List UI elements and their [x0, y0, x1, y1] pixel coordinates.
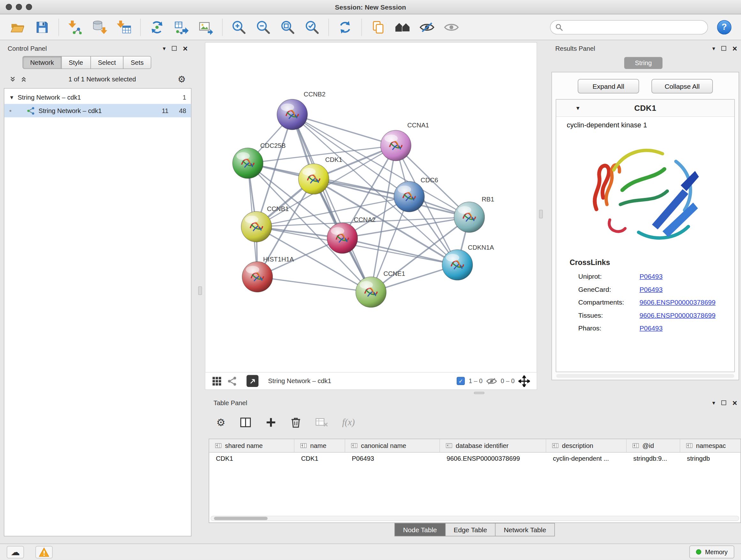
table-row[interactable]: CDK1 CDK1 P06493 9606.ENSP00000378699 cy… [209, 453, 741, 466]
table-cell[interactable]: 9606.ENSP00000378699 [440, 453, 546, 466]
tab-edge-table[interactable]: Edge Table [445, 523, 495, 537]
zoom-out-button[interactable] [253, 16, 274, 38]
detach-view-button[interactable] [247, 375, 259, 387]
close-panel-button[interactable]: × [732, 44, 737, 53]
table-cell[interactable]: P06493 [345, 453, 440, 466]
hide-selected-button[interactable] [416, 16, 438, 38]
duplicate-network-button[interactable] [367, 16, 389, 38]
pharos-link[interactable]: P06493 [639, 324, 663, 332]
network-node-cdc6[interactable]: CDC6 [394, 177, 438, 212]
float-panel-button[interactable] [722, 46, 726, 51]
scrollbar-thumb[interactable] [214, 517, 268, 520]
import-network-database-button[interactable] [89, 16, 111, 38]
network-node-ccna1[interactable]: CCNA1 [381, 122, 429, 161]
network-edge[interactable] [342, 238, 457, 265]
zoom-in-button[interactable] [228, 16, 250, 38]
table-settings-gear-icon[interactable]: ⚙ [216, 417, 225, 428]
table-cell[interactable]: stringdb:9... [627, 453, 680, 466]
column-header-shared-name[interactable]: shared name [209, 439, 294, 452]
save-session-button[interactable] [31, 16, 53, 38]
open-session-button[interactable] [7, 16, 29, 38]
home-button[interactable] [392, 16, 414, 38]
search-input[interactable] [566, 23, 703, 31]
minimize-window-button[interactable] [16, 4, 22, 10]
collapse-all-icon[interactable] [10, 76, 16, 82]
function-builder-button[interactable]: f(x) [342, 417, 355, 428]
network-collection-row[interactable]: ▼ String Network – cdk1 1 [4, 91, 191, 104]
network-row-selected[interactable]: ● String Network – cdk1 11 48 [4, 104, 191, 118]
tab-string[interactable]: String [624, 57, 663, 69]
collapse-card-icon[interactable]: ▾ [576, 105, 580, 112]
import-network-file-button[interactable] [64, 16, 86, 38]
pan-crosshair-icon[interactable] [519, 375, 530, 387]
tab-select[interactable]: Select [90, 56, 124, 69]
collapse-all-button[interactable]: Collapse All [652, 79, 713, 94]
network-node-ccnb1[interactable]: CCNB1 [241, 205, 289, 242]
results-horizontal-scrollbar[interactable] [556, 374, 734, 378]
delete-column-button[interactable] [290, 417, 301, 428]
table-cell[interactable]: stringdb [680, 453, 741, 466]
expand-all-button[interactable]: Expand All [578, 79, 639, 94]
float-panel-button[interactable] [172, 46, 177, 51]
refresh-view-button[interactable] [334, 16, 356, 38]
show-hidden-button[interactable] [441, 16, 462, 38]
network-share-view-icon[interactable] [227, 376, 237, 386]
column-header-canonical-name[interactable]: canonical name [345, 439, 440, 452]
network-node-ccnb2[interactable]: CCNB2 [277, 91, 326, 130]
warnings-button[interactable] [36, 546, 53, 558]
network-canvas[interactable]: CCNB2CCNA1CDC25BCDK1CDC6RB1CCNB1CCNA2CDK… [205, 43, 537, 372]
close-panel-button[interactable]: × [183, 44, 188, 53]
show-columns-button[interactable] [240, 417, 251, 428]
genecard-link[interactable]: P06493 [639, 285, 663, 293]
float-panel-button[interactable] [722, 400, 726, 405]
help-button[interactable]: ? [717, 20, 731, 34]
network-edge[interactable] [292, 115, 371, 292]
memory-button[interactable]: Memory [689, 546, 734, 559]
import-table-file-button[interactable] [113, 16, 135, 38]
close-window-button[interactable] [6, 4, 12, 10]
panel-splitter[interactable] [539, 210, 543, 219]
column-header-namespace[interactable]: namespac [680, 439, 741, 452]
horizontal-splitter-handle[interactable] [474, 392, 484, 394]
table-cell[interactable]: CDK1 [209, 453, 294, 466]
collapse-panel-button[interactable]: ▾ [712, 46, 715, 51]
tab-sets[interactable]: Sets [123, 56, 151, 69]
cloud-status-button[interactable]: ☁ [7, 546, 24, 558]
column-header-description[interactable]: description [546, 439, 627, 452]
export-image-button[interactable] [195, 16, 217, 38]
selected-checkbox-icon[interactable]: ✓ [457, 377, 465, 385]
network-edge[interactable] [258, 277, 371, 292]
tab-network[interactable]: Network [23, 56, 62, 69]
zoom-window-button[interactable] [26, 4, 32, 10]
clone-network-button[interactable] [171, 16, 192, 38]
new-network-button[interactable] [146, 16, 168, 38]
network-node-rb1[interactable]: RB1 [454, 196, 494, 233]
tab-node-table[interactable]: Node Table [394, 523, 446, 537]
panel-splitter[interactable] [198, 287, 202, 295]
compartments-link[interactable]: 9606.ENSP00000378699 [639, 298, 716, 306]
network-node-hist1h1a[interactable]: HIST1H1A [242, 256, 294, 292]
column-header-database-identifier[interactable]: database identifier [440, 439, 546, 452]
table-horizontal-scrollbar[interactable] [211, 516, 739, 521]
protein-card-header[interactable]: ▾ CDK1 [556, 100, 734, 117]
expand-all-icon[interactable] [21, 76, 27, 82]
close-panel-button[interactable]: × [732, 399, 737, 407]
network-graph[interactable]: CCNB2CCNA1CDC25BCDK1CDC6RB1CCNB1CCNA2CDK… [205, 43, 537, 372]
network-options-gear-icon[interactable]: ⚙ [178, 73, 186, 84]
network-node-cdk1[interactable]: CDK1 [298, 156, 342, 194]
tissues-link[interactable]: 9606.ENSP00000378699 [639, 311, 716, 319]
tree-expand-icon[interactable]: ▼ [9, 95, 14, 100]
delete-table-button[interactable] [315, 418, 328, 427]
table-cell[interactable]: cyclin-dependent ... [546, 453, 627, 466]
uniprot-link[interactable]: P06493 [639, 272, 663, 280]
collapse-panel-button[interactable]: ▾ [712, 400, 715, 406]
zoom-selected-button[interactable] [301, 16, 323, 38]
create-column-button[interactable] [266, 417, 276, 428]
tab-network-table[interactable]: Network Table [495, 523, 555, 537]
collapse-panel-button[interactable]: ▾ [163, 46, 165, 51]
network-edge[interactable] [292, 115, 396, 145]
column-header-name[interactable]: name [294, 439, 345, 452]
table-cell[interactable]: CDK1 [294, 453, 345, 466]
tab-style[interactable]: Style [61, 56, 91, 69]
column-header-id[interactable]: @id [627, 439, 680, 452]
